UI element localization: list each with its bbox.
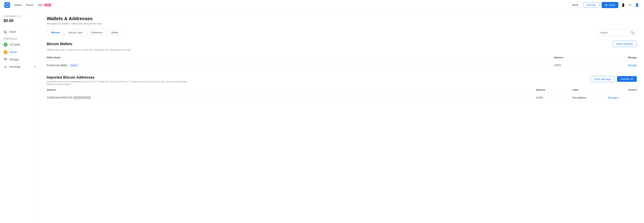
topnav-right: Send Receive ⊕ Trade 📱 ↻ 👤 [569, 2, 640, 8]
portfolio-section-label: Portfolio [0, 36, 39, 41]
imported-section: Imported Bitcoin Addresses Imported fund… [47, 75, 637, 102]
trade-label: Trade [608, 4, 615, 7]
balance-amount: $0.00 [4, 18, 36, 23]
btc-coin-icon: ₿ [4, 50, 8, 54]
wallets-section-header: Bitcoin Wallets Import Address [47, 41, 637, 47]
table-row: Private Key Wallet Default 0 BTC Manage [47, 61, 637, 70]
tabs-row: Bitcoin Bitcoin Cash Ethereum Stellar 🔍 [47, 29, 637, 36]
wallets-section-title: Bitcoin Wallets [47, 42, 72, 46]
col-actions: Actions [608, 89, 637, 91]
nav-earn[interactable]: Earn NEW [38, 4, 51, 7]
addr-table-row: 1LErbK3suLDXDCXeZ 0 BTC Test address Man… [47, 94, 637, 102]
wallet-balance-cell: 0 BTC [554, 64, 608, 67]
search-input[interactable] [600, 31, 629, 34]
col-manage: Manage [608, 56, 637, 59]
sidebar-usd-label: US Dollar [10, 43, 20, 46]
sidebar-item-home[interactable]: 🏠 Home [0, 28, 39, 36]
imported-section-subtitle: Imported funds are not protected by your… [47, 80, 190, 86]
transfer-all-button[interactable]: Transfer All [617, 76, 637, 82]
home-icon: 🏠 [4, 30, 7, 34]
addr-balance-cell: 0 BTC [536, 96, 572, 99]
addr-actions-cell: Manage ▾ [608, 96, 637, 99]
nav-prices[interactable]: Prices [26, 4, 34, 7]
tab-stellar[interactable]: Stellar [107, 30, 123, 36]
balance-label: Total Balance ▾ [4, 14, 36, 18]
imported-section-title: Imported Bitcoin Addresses [47, 75, 190, 80]
wallets-section: Bitcoin Wallets Import Address Wallets a… [47, 41, 637, 70]
wallet-manage-link[interactable]: Manage [628, 64, 637, 67]
wallet-name-text: Private Key Wallet [47, 64, 67, 67]
sidebar-item-usd[interactable]: $ US Dollar [0, 41, 39, 48]
col-addr-balance: Balance [536, 89, 572, 91]
main-content: Wallets & Addresses Manage your wallets,… [40, 10, 644, 223]
verify-message-button[interactable]: Verify Message [590, 76, 615, 82]
plus-icon: ⊕ [605, 3, 608, 7]
sidebar-item-airdrops[interactable]: 🪂 Airdrops [0, 56, 39, 63]
wallet-name-cell: Private Key Wallet Default [47, 64, 554, 67]
wallet-manage-cell: Manage [608, 64, 637, 67]
currency-tabs: Bitcoin Bitcoin Cash Ethereum Stellar [47, 30, 123, 36]
search-icon[interactable]: 🔍 [630, 31, 634, 35]
balance-section: Total Balance ▾ $0.00 [0, 13, 39, 26]
imported-section-header: Imported Bitcoin Addresses Imported fund… [47, 75, 637, 86]
sidebar-home-label: Home [9, 30, 16, 33]
address-redacted [73, 96, 91, 99]
sidebar-airdrops-label: Airdrops [9, 58, 19, 61]
nav-earn-label: Earn [38, 4, 44, 7]
mobile-icon[interactable]: 📱 [620, 2, 626, 8]
search-box: 🔍 [598, 29, 637, 36]
tab-ethereum[interactable]: Ethereum [87, 30, 107, 36]
page-title: Wallets & Addresses [47, 16, 637, 22]
sidebar-item-exchange[interactable]: ⇄ Exchange ↗ [0, 63, 39, 70]
default-badge: Default [69, 64, 78, 67]
wallets-table-header: Wallet Name Balance Manage [47, 55, 637, 60]
tab-bitcoin-cash[interactable]: Bitcoin Cash [64, 30, 87, 36]
address-prefix: 1LErbK3suLDXDCXeZ [47, 96, 72, 99]
balance-dropdown[interactable]: ▾ [18, 14, 20, 18]
nav-links: Home Prices Earn NEW [14, 4, 51, 7]
addr-table-header: Address Balance Label Actions [47, 87, 637, 93]
col-wallet-name: Wallet Name [47, 56, 554, 59]
addr-manage-dropdown[interactable]: Manage ▾ [608, 96, 637, 99]
col-label: Label [572, 89, 608, 91]
page-header: Wallets & Addresses Manage your wallets,… [47, 16, 637, 25]
chevron-down-icon[interactable]: ▾ [618, 96, 619, 99]
address-cell: 1LErbK3suLDXDCXeZ [47, 96, 536, 99]
col-balance: Balance [554, 56, 608, 59]
airdrops-icon: 🪂 [4, 58, 7, 61]
wallets-section-subtitle: Wallets allow you to organize your funds… [47, 48, 637, 51]
earn-new-badge: NEW [44, 4, 51, 6]
topnav: Home Prices Earn NEW Send Receive ⊕ Trad… [0, 0, 644, 10]
receive-button[interactable]: Receive [584, 2, 600, 8]
imported-actions: Verify Message Transfer All [590, 76, 637, 82]
sidebar-exchange-label: Exchange [9, 65, 20, 68]
user-icon[interactable]: 👤 [634, 2, 640, 8]
col-address: Address [47, 89, 536, 91]
refresh-icon[interactable]: ↻ [628, 2, 632, 8]
layout: Total Balance ▾ $0.00 🏠 Home Portfolio $… [0, 10, 644, 223]
sidebar-item-bitcoin[interactable]: ₿ Bitcoin [0, 48, 39, 56]
sidebar-bitcoin-label: Bitcoin [10, 51, 17, 54]
addr-manage-link[interactable]: Manage [608, 96, 617, 99]
page-subtitle: Manage your wallets, addresses and priva… [47, 22, 637, 25]
sidebar: Total Balance ▾ $0.00 🏠 Home Portfolio $… [0, 10, 40, 223]
tab-bitcoin[interactable]: Bitcoin [47, 30, 64, 36]
send-button[interactable]: Send [569, 2, 582, 8]
exchange-icon: ⇄ [4, 65, 7, 69]
usd-coin-icon: $ [4, 43, 8, 47]
import-address-button[interactable]: Import Address [612, 41, 637, 47]
logo-icon[interactable] [4, 2, 10, 8]
external-link-icon: ↗ [34, 65, 36, 68]
sidebar-nav: 🏠 Home Portfolio $ US Dollar ₿ Bitcoin 🪂… [0, 28, 39, 71]
trade-button[interactable]: ⊕ Trade [602, 2, 618, 8]
nav-home[interactable]: Home [14, 4, 22, 7]
addr-label-cell: Test address [572, 96, 608, 99]
